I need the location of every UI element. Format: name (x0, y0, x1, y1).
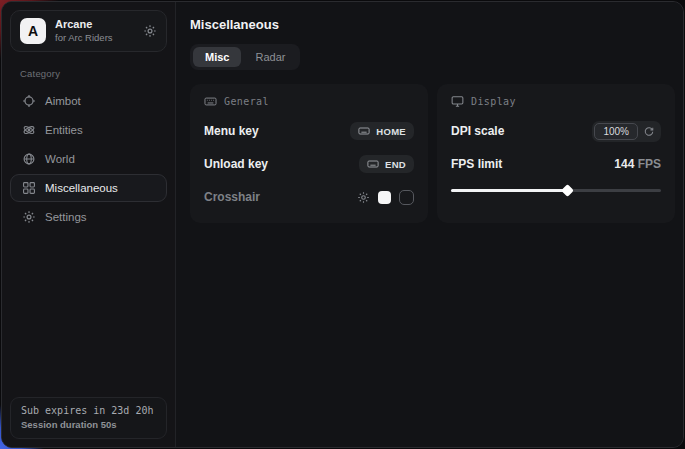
fps-slider[interactable] (451, 186, 661, 194)
brand-card: A Arcane for Arc Riders (10, 10, 167, 52)
panels-row: General Menu key HOME (190, 84, 675, 223)
dpi-scale-value: 100% (594, 123, 638, 140)
category-label: Category (20, 68, 167, 79)
sidebar: A Arcane for Arc Riders Category Aimbot (2, 2, 176, 447)
crosshair-row: Crosshair (204, 187, 414, 207)
crosshair-label: Crosshair (204, 190, 260, 204)
brand-text: Arcane for Arc Riders (55, 18, 134, 44)
keyboard-icon (358, 125, 370, 137)
display-panel-header: Display (451, 95, 661, 108)
sidebar-item-aimbot[interactable]: Aimbot (10, 87, 167, 115)
fps-number: 144 (614, 157, 634, 171)
fps-unit: FPS (634, 157, 661, 171)
unload-key-row: Unload key END (204, 154, 414, 174)
fps-slider-fill (451, 189, 567, 193)
tab-misc[interactable]: Misc (193, 47, 241, 67)
crosshair-color-swatch[interactable] (378, 191, 391, 204)
display-panel: Display DPI scale 100% (437, 84, 675, 223)
sidebar-item-settings[interactable]: Settings (10, 203, 167, 231)
cycle-icon[interactable] (643, 125, 655, 137)
gear-icon[interactable] (357, 191, 370, 204)
fps-limit-label: FPS limit (451, 157, 502, 171)
display-panel-title: Display (471, 96, 516, 107)
sidebar-item-label: Aimbot (45, 95, 81, 107)
sub-expiry-text: Sub expires in 23d 20h (21, 405, 156, 416)
crosshair-icon (21, 94, 36, 108)
grid-icon (21, 181, 36, 195)
brand-subtitle: for Arc Riders (55, 32, 134, 44)
sidebar-item-label: Entities (45, 124, 83, 136)
crosshair-controls (357, 190, 414, 205)
brand-title: Arcane (55, 18, 134, 32)
unload-key-bind-button[interactable]: END (359, 155, 414, 173)
menu-key-bind-button[interactable]: HOME (350, 122, 414, 140)
sidebar-item-entities[interactable]: Entities (10, 116, 167, 144)
menu-key-label: Menu key (204, 124, 259, 138)
sidebar-item-label: World (45, 153, 75, 165)
fps-slider-thumb[interactable] (561, 184, 574, 197)
dpi-scale-label: DPI scale (451, 124, 504, 138)
crosshair-checkbox[interactable] (399, 190, 414, 205)
general-panel-title: General (224, 96, 269, 107)
session-duration-text: Session duration 50s (21, 419, 156, 430)
globe-icon (21, 152, 36, 166)
atom-icon (21, 123, 36, 137)
sidebar-item-label: Settings (45, 211, 87, 223)
tab-radar[interactable]: Radar (243, 47, 297, 67)
gear-icon (21, 210, 36, 224)
app-logo: A (20, 18, 46, 44)
sidebar-item-label: Miscellaneous (45, 182, 118, 194)
fps-limit-row: FPS limit 144 FPS (451, 154, 661, 174)
dpi-scale-row: DPI scale 100% (451, 121, 661, 141)
page-title: Miscellaneous (190, 17, 675, 32)
unload-key-value: END (385, 159, 406, 170)
keyboard-icon (204, 95, 217, 108)
main-content: Miscellaneous Misc Radar General (176, 2, 684, 447)
monitor-icon (451, 95, 464, 108)
gear-icon[interactable] (143, 24, 157, 38)
menu-key-row: Menu key HOME (204, 121, 414, 141)
unload-key-label: Unload key (204, 157, 268, 171)
fps-limit-value: 144 FPS (614, 157, 661, 171)
tab-bar: Misc Radar (190, 44, 300, 70)
sidebar-item-world[interactable]: World (10, 145, 167, 173)
sidebar-item-miscellaneous[interactable]: Miscellaneous (10, 174, 167, 202)
general-panel-header: General (204, 95, 414, 108)
app-window: A Arcane for Arc Riders Category Aimbot (1, 1, 684, 448)
subscription-info-card: Sub expires in 23d 20h Session duration … (10, 397, 167, 439)
keyboard-icon (367, 158, 379, 170)
general-panel: General Menu key HOME (190, 84, 428, 223)
menu-key-value: HOME (376, 126, 406, 137)
dpi-scale-select[interactable]: 100% (592, 121, 661, 142)
